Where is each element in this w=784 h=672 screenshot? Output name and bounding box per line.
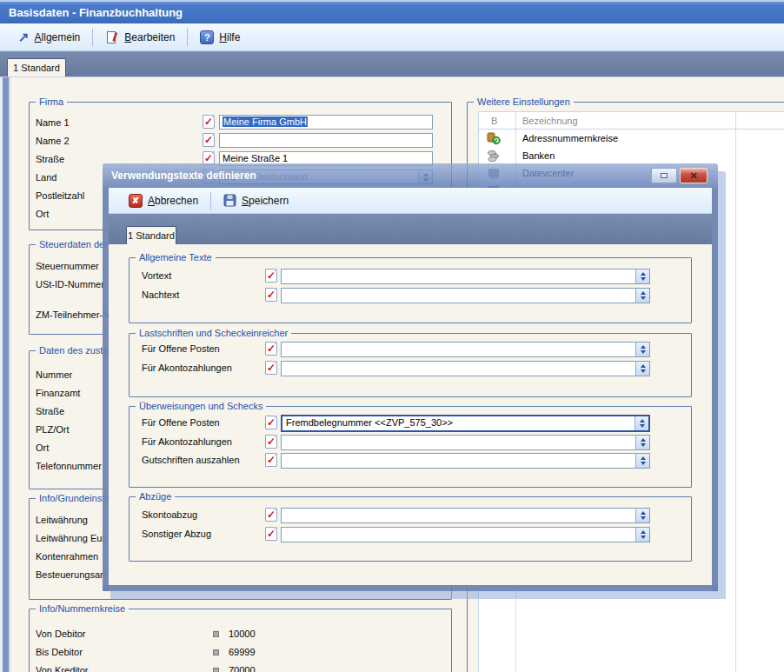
- label-strasse: Straße: [36, 154, 64, 164]
- label-name2: Name 2: [36, 136, 70, 146]
- abbrechen-button[interactable]: ✘ Abbrechen: [119, 190, 208, 212]
- field-check-icon[interactable]: [265, 435, 277, 449]
- field-spinner[interactable]: [635, 343, 649, 356]
- table-row-adressnummernkreise[interactable]: Adressnummernkreise: [479, 130, 784, 147]
- row-label: Adressnummernkreise: [522, 130, 618, 147]
- dialog-title: Verwendungstexte definieren: [111, 170, 256, 182]
- arrow-ne-icon: ↗: [18, 30, 30, 43]
- label-gutschriften-auszahlen: Gutschriften auszahlen: [142, 455, 240, 465]
- skontoabzug-field[interactable]: [281, 508, 650, 523]
- label-strasse2: Straße: [36, 406, 64, 416]
- field-check-icon[interactable]: [203, 133, 215, 147]
- nachtext-field[interactable]: [281, 288, 650, 303]
- column-header-bezeichnung[interactable]: Bezeichnung: [522, 112, 578, 130]
- edit-document-icon: [105, 30, 119, 44]
- hilfe-button[interactable]: ? Hilfe: [190, 26, 249, 49]
- name2-field[interactable]: [219, 133, 433, 148]
- row-label: Banken: [522, 147, 555, 164]
- main-toolbar: ↗ Allgemein Bearbeiten ? Hilfe: [0, 23, 784, 51]
- field-check-icon[interactable]: [265, 527, 277, 541]
- field-check-icon[interactable]: [265, 361, 277, 375]
- label-skontoabzug: Skontoabzug: [142, 509, 197, 520]
- name1-field[interactable]: Meine Firma GmbH: [219, 115, 433, 130]
- field-spinner[interactable]: [635, 416, 648, 430]
- bearbeiten-button[interactable]: Bearbeiten: [96, 26, 184, 49]
- dialog-body: Allgemeine Texte Vortext Nachtext Lastsc…: [109, 244, 712, 585]
- allgemein-label: Allgemein: [35, 31, 81, 43]
- bis-debitor-value: 69999: [229, 647, 256, 657]
- toolbar-separator: [210, 192, 211, 210]
- label-sonstiger-abzug: Sonstiger Abzug: [142, 529, 211, 539]
- group-nummernkreise-title: Info/Nummernkreise: [36, 603, 129, 615]
- label-steuernummer: Steuernummer: [36, 261, 99, 271]
- speichern-button[interactable]: Speichern: [214, 190, 298, 212]
- label-ort2: Ort: [36, 442, 49, 453]
- field-spinner[interactable]: [635, 436, 649, 449]
- label-ls-offene-posten: Für Offene Posten: [142, 343, 220, 354]
- window-left-border: [3, 77, 9, 672]
- minimize-icon: [661, 173, 668, 178]
- ue-akontozahlungen-field[interactable]: [281, 435, 650, 450]
- tab-standard[interactable]: 1 Standard: [7, 58, 66, 77]
- abbrechen-label: Abbrechen: [148, 195, 198, 207]
- bearbeiten-label: Bearbeiten: [124, 31, 175, 43]
- minimize-button[interactable]: [651, 168, 677, 183]
- gutschriften-auszahlen-field[interactable]: [281, 453, 650, 469]
- label-besteuerungsart: Besteuerungsart: [36, 569, 106, 580]
- field-check-icon[interactable]: [265, 288, 277, 302]
- field-check-icon[interactable]: [265, 342, 277, 356]
- label-land: Land: [36, 172, 56, 183]
- ue-offene-posten-value: Fremdbelegnummer <<ZVP_575_30>>: [286, 417, 453, 428]
- app-window: Basisdaten - Finanzbuchhaltung ↗ Allgeme…: [0, 0, 784, 672]
- group-lastschriften-title: Lastschriften und Scheckeinreicher: [136, 328, 291, 339]
- sonstiger-abzug-field[interactable]: [281, 527, 650, 542]
- label-nachtext: Nachtext: [142, 289, 179, 300]
- dialog-tab-standard[interactable]: 1 Standard: [126, 226, 176, 244]
- label-ustid: USt-ID-Nummer: [36, 279, 104, 289]
- field-spinner[interactable]: [635, 269, 649, 283]
- field-check-icon[interactable]: [265, 508, 277, 522]
- group-weitere-title: Weitere Einstellungen: [474, 96, 574, 108]
- name1-value: Meine Firma GmbH: [223, 116, 308, 127]
- field-check-icon[interactable]: [265, 416, 277, 429]
- bullet-marker: [213, 631, 219, 637]
- allgemein-button[interactable]: ↗ Allgemein: [9, 26, 90, 49]
- field-spinner[interactable]: [635, 509, 649, 522]
- label-ue-akontozahlungen: Für Akontozahlungen: [142, 436, 232, 447]
- field-check-icon[interactable]: [265, 453, 277, 467]
- toolbar-separator: [92, 29, 93, 46]
- field-check-icon[interactable]: [265, 269, 277, 283]
- label-name1: Name 1: [36, 117, 70, 128]
- label-leitwaehrung-eur: Leitwährung Eur: [36, 533, 105, 543]
- ls-offene-posten-field[interactable]: [281, 342, 650, 357]
- address-icon: [487, 131, 501, 145]
- dialog-border: [103, 585, 718, 591]
- ue-offene-posten-field[interactable]: Fremdbelegnummer <<ZVP_575_30>>: [281, 415, 650, 432]
- group-allgemeine-texte-title: Allgemeine Texte: [136, 252, 216, 263]
- field-spinner[interactable]: [635, 454, 649, 468]
- dialog-toolbar: ✘ Abbrechen Speichern: [109, 188, 712, 214]
- field-check-icon[interactable]: [203, 115, 215, 129]
- label-ort: Ort: [36, 209, 49, 219]
- group-firma-title: Firma: [36, 96, 67, 108]
- dialog-titlebar: Verwendungstexte definieren ✕: [103, 163, 718, 188]
- label-finanzamt: Finanzamt: [36, 388, 80, 398]
- speichern-label: Speichern: [242, 195, 289, 207]
- table-row-banken[interactable]: Banken: [479, 147, 784, 164]
- group-ueberweisungen-title: Überweisungen und Schecks: [136, 401, 266, 412]
- vortext-field[interactable]: [281, 269, 650, 284]
- field-spinner[interactable]: [635, 528, 649, 542]
- bullet-marker: [213, 649, 219, 655]
- close-button[interactable]: ✕: [680, 168, 708, 183]
- field-spinner[interactable]: [635, 289, 649, 303]
- window-left-border: [9, 77, 10, 672]
- ls-akontozahlungen-field[interactable]: [281, 361, 650, 376]
- main-tabstrip: 1 Standard: [0, 51, 784, 77]
- label-nummer: Nummer: [36, 369, 72, 380]
- column-header-b[interactable]: B: [491, 112, 497, 130]
- dialog-tabstrip: 1 Standard: [109, 214, 712, 244]
- verwendungstexte-dialog: Verwendungstexte definieren ✕ ✘ Abbreche…: [103, 163, 718, 591]
- window-title: Basisdaten - Finanzbuchhaltung: [9, 6, 183, 19]
- bullet-marker: [213, 668, 219, 672]
- field-spinner[interactable]: [635, 362, 649, 376]
